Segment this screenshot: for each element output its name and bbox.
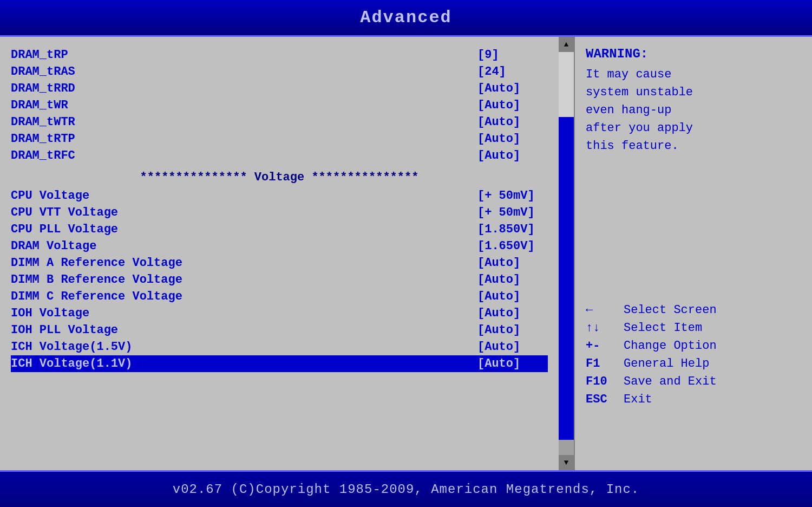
- main-area: DRAM_tRP[9]DRAM_tRAS[24]DRAM_tRRD[Auto]D…: [0, 37, 812, 470]
- bios-row[interactable]: DRAM_tRRD[Auto]: [11, 80, 548, 97]
- warning-title: WARNING:: [586, 47, 801, 61]
- bios-row[interactable]: CPU VTT Voltage[+ 50mV]: [11, 204, 548, 221]
- bios-row[interactable]: ICH Voltage(1.1V)[Auto]: [11, 355, 548, 372]
- left-panel: DRAM_tRP[9]DRAM_tRAS[24]DRAM_tRRD[Auto]D…: [0, 37, 559, 470]
- bios-row[interactable]: IOH PLL Voltage[Auto]: [11, 322, 548, 339]
- bios-row[interactable]: DIMM A Reference Voltage[Auto]: [11, 255, 548, 271]
- bios-row[interactable]: CPU Voltage[+ 50mV]: [11, 187, 548, 204]
- key-row: +-Change Option: [586, 337, 801, 355]
- page-title: Advanced: [360, 8, 452, 28]
- bios-row[interactable]: DRAM Voltage[1.650V]: [11, 238, 548, 255]
- key-row: F10Save and Exit: [586, 373, 801, 391]
- bios-row[interactable]: DRAM_tRFC[Auto]: [11, 147, 548, 164]
- bios-row[interactable]: DIMM B Reference Voltage[Auto]: [11, 271, 548, 288]
- key-row: ↑↓Select Item: [586, 319, 801, 337]
- scroll-track: [559, 52, 574, 455]
- bios-row[interactable]: DRAM_tRAS[24]: [11, 63, 548, 80]
- scroll-up-arrow[interactable]: ▲: [559, 37, 574, 52]
- scroll-thumb-inactive: [559, 52, 574, 117]
- footer-text: v02.67 (C)Copyright 1985-2009, American …: [173, 482, 640, 497]
- scrollbar[interactable]: ▲ ▼: [559, 37, 574, 470]
- bios-row[interactable]: ICH Voltage(1.5V)[Auto]: [11, 339, 548, 355]
- bios-row[interactable]: DIMM C Reference Voltage[Auto]: [11, 288, 548, 305]
- warning-text: It may causesystem unstableeven hang-upa…: [586, 66, 801, 155]
- bios-row[interactable]: IOH Voltage[Auto]: [11, 305, 548, 322]
- warning-section: WARNING: It may causesystem unstableeven…: [586, 47, 801, 155]
- key-row: F1General Help: [586, 355, 801, 373]
- scroll-down-arrow[interactable]: ▼: [559, 455, 574, 470]
- bios-row[interactable]: DRAM_tWR[Auto]: [11, 97, 548, 114]
- voltage-header: *************** Voltage ***************: [11, 164, 548, 187]
- bios-row[interactable]: DRAM_tRTP[Auto]: [11, 131, 548, 147]
- right-panel: WARNING: It may causesystem unstableeven…: [574, 37, 812, 470]
- key-row: ESCExit: [586, 391, 801, 408]
- bios-rows-voltage: CPU Voltage[+ 50mV]CPU VTT Voltage[+ 50m…: [11, 187, 548, 372]
- scroll-thumb-active: [559, 117, 574, 440]
- bottom-bar: v02.67 (C)Copyright 1985-2009, American …: [0, 470, 812, 507]
- bios-row[interactable]: CPU PLL Voltage[1.850V]: [11, 221, 548, 238]
- top-bar: Advanced: [0, 0, 812, 37]
- keys-section: ←Select Screen↑↓Select Item+-Change Opti…: [586, 285, 801, 408]
- bios-row[interactable]: DRAM_tRP[9]: [11, 47, 548, 63]
- key-row: ←Select Screen: [586, 301, 801, 319]
- bios-row[interactable]: DRAM_tWTR[Auto]: [11, 114, 548, 131]
- bios-rows-top: DRAM_tRP[9]DRAM_tRAS[24]DRAM_tRRD[Auto]D…: [11, 47, 548, 164]
